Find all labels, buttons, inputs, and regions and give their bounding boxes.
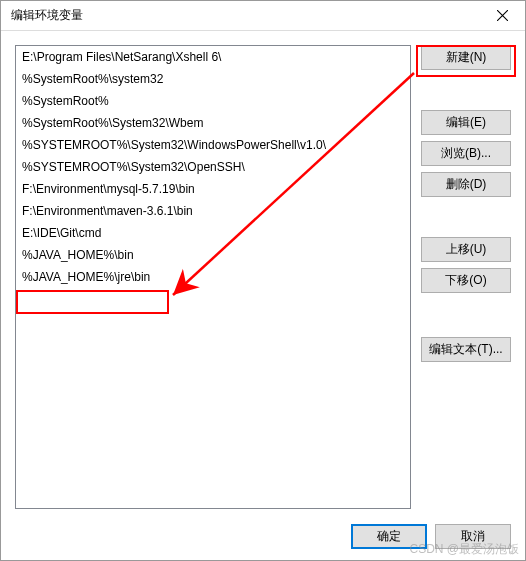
list-item[interactable]: %SystemRoot%\system32	[16, 68, 410, 90]
list-item[interactable]: %JAVA_HOME%\bin	[16, 244, 410, 266]
close-button[interactable]	[480, 1, 525, 31]
list-item[interactable]: E:\IDE\Git\cmd	[16, 222, 410, 244]
move-down-button[interactable]: 下移(O)	[421, 268, 511, 293]
button-column: 新建(N) 编辑(E) 浏览(B)... 删除(D) 上移(U) 下移(O) 编…	[421, 45, 511, 509]
spacer	[421, 299, 511, 331]
list-item[interactable]: %SYSTEMROOT%\System32\OpenSSH\	[16, 156, 410, 178]
move-up-button[interactable]: 上移(U)	[421, 237, 511, 262]
list-item[interactable]: %JAVA_HOME%\jre\bin	[16, 266, 410, 288]
path-listbox[interactable]: E:\Program Files\NetSarang\Xshell 6\ %Sy…	[15, 45, 411, 509]
close-icon	[497, 10, 508, 21]
list-item[interactable]: F:\Environment\mysql-5.7.19\bin	[16, 178, 410, 200]
browse-button[interactable]: 浏览(B)...	[421, 141, 511, 166]
list-item[interactable]: %SystemRoot%\System32\Wbem	[16, 112, 410, 134]
list-item[interactable]: %SystemRoot%	[16, 90, 410, 112]
title-bar: 编辑环境变量	[1, 1, 525, 31]
list-item[interactable]: E:\Program Files\NetSarang\Xshell 6\	[16, 46, 410, 68]
window-title: 编辑环境变量	[11, 7, 83, 24]
dialog-footer: 确定 取消	[1, 512, 525, 560]
dialog-body: E:\Program Files\NetSarang\Xshell 6\ %Sy…	[1, 31, 525, 509]
edit-button[interactable]: 编辑(E)	[421, 110, 511, 135]
edit-text-button[interactable]: 编辑文本(T)...	[421, 337, 511, 362]
list-item[interactable]: %SYSTEMROOT%\System32\WindowsPowerShell\…	[16, 134, 410, 156]
list-item[interactable]: F:\Environment\maven-3.6.1\bin	[16, 200, 410, 222]
new-button[interactable]: 新建(N)	[421, 45, 511, 70]
spacer	[421, 203, 511, 231]
spacer	[421, 76, 511, 104]
ok-button[interactable]: 确定	[351, 524, 427, 549]
delete-button[interactable]: 删除(D)	[421, 172, 511, 197]
cancel-button[interactable]: 取消	[435, 524, 511, 549]
